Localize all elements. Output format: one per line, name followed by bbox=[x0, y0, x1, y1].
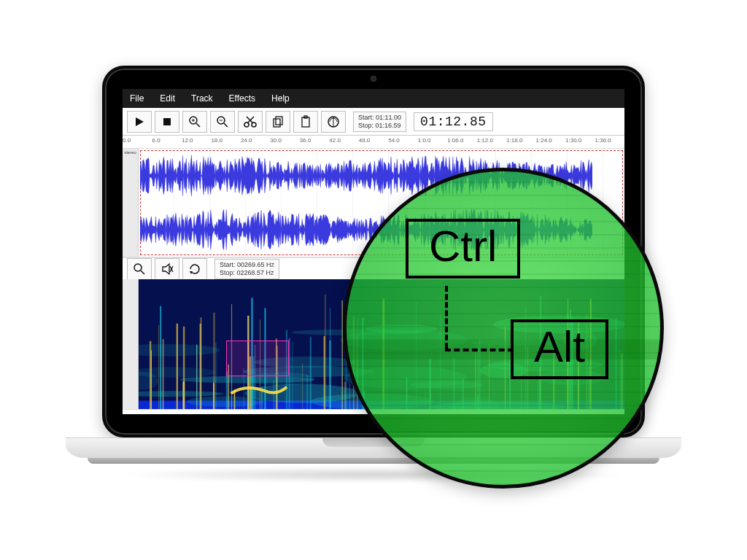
freq-start-value: 00269.65 Hz bbox=[237, 261, 274, 268]
sel-start-value: 01:11.00 bbox=[376, 114, 401, 121]
ruler-tick: 54.0 bbox=[388, 137, 400, 144]
svg-rect-1 bbox=[163, 118, 171, 125]
menu-help[interactable]: Help bbox=[271, 93, 290, 104]
laptop-frame: File Edit Track Effects Help bbox=[102, 66, 645, 438]
svg-line-3 bbox=[196, 123, 200, 127]
frequency-readout: Start: 00269.65 Hz Stop: 02268.57 Hz bbox=[214, 259, 279, 279]
svg-rect-61 bbox=[441, 316, 441, 409]
ruler-tick: 1:12.0 bbox=[477, 137, 493, 144]
selection-readout: Start: 01:11.00 Stop: 01:16.59 bbox=[353, 112, 406, 132]
laptop-camera bbox=[371, 76, 376, 82]
record-button[interactable] bbox=[321, 111, 346, 133]
paste-button[interactable] bbox=[293, 111, 318, 133]
svg-marker-0 bbox=[136, 117, 144, 126]
keycap-connector-horizontal bbox=[445, 349, 514, 351]
laptop-base-edge bbox=[88, 458, 659, 464]
menu-bar: File Edit Track Effects Help bbox=[123, 89, 624, 108]
timeline-ruler[interactable]: 0.06.012.018.024.030.036.042.048.054.01:… bbox=[123, 136, 624, 149]
svg-rect-102 bbox=[621, 354, 622, 409]
ruler-tick: 1:30.0 bbox=[565, 137, 581, 144]
stop-button[interactable] bbox=[155, 111, 179, 133]
cursor-time: 01:12.85 bbox=[414, 112, 492, 131]
track-label: stereo bbox=[124, 150, 136, 155]
svg-rect-105 bbox=[200, 324, 201, 409]
zoom-select-button[interactable] bbox=[127, 258, 152, 280]
svg-rect-91 bbox=[616, 319, 617, 409]
waveform-area[interactable] bbox=[139, 149, 624, 257]
freq-start-label: Start: bbox=[220, 261, 236, 268]
spectrogram-selection[interactable] bbox=[226, 341, 290, 377]
ruler-tick: 1:36.0 bbox=[595, 137, 611, 144]
spectrogram-track-head[interactable] bbox=[123, 279, 139, 409]
ruler-tick: 30.0 bbox=[270, 137, 282, 144]
ruler-tick: 48.0 bbox=[359, 137, 371, 144]
waveform-track: stereo bbox=[123, 149, 624, 257]
freq-stop-value: 02268.57 Hz bbox=[237, 269, 274, 276]
ruler-tick: 42.0 bbox=[329, 137, 341, 144]
waveform-channel-right bbox=[140, 207, 592, 252]
ruler-tick: 12.0 bbox=[182, 137, 193, 144]
ruler-tick: 1:24.0 bbox=[536, 137, 552, 144]
ruler-tick: 1:06.0 bbox=[447, 137, 463, 144]
sel-stop-value: 01:16.59 bbox=[376, 122, 401, 129]
zoom-in-button[interactable] bbox=[182, 111, 207, 133]
ruler-tick: 24.0 bbox=[241, 137, 252, 144]
ruler-tick: 0.0 bbox=[123, 137, 131, 144]
svg-point-21 bbox=[134, 264, 142, 271]
svg-rect-55 bbox=[382, 299, 384, 409]
laptop-hinge-notch bbox=[322, 438, 425, 447]
svg-marker-23 bbox=[163, 264, 169, 274]
copy-button[interactable] bbox=[266, 111, 290, 133]
svg-rect-14 bbox=[276, 117, 282, 125]
ruler-tick: 18.0 bbox=[211, 137, 222, 144]
svg-line-22 bbox=[141, 271, 144, 274]
ruler-tick: 1:0.0 bbox=[418, 137, 431, 144]
spectrogram-toolbar: Start: 00269.65 Hz Stop: 02268.57 Hz bbox=[123, 257, 624, 279]
keycap-connector-vertical bbox=[445, 286, 448, 349]
waveform-channel-left bbox=[140, 153, 592, 198]
svg-point-143 bbox=[340, 330, 467, 351]
ruler-tick: 1:18.0 bbox=[506, 137, 522, 144]
play-button[interactable] bbox=[127, 111, 152, 133]
svg-point-131 bbox=[179, 376, 315, 384]
menu-edit[interactable]: Edit bbox=[160, 93, 175, 104]
freq-stop-label: Stop: bbox=[220, 269, 235, 276]
svg-point-139 bbox=[344, 367, 468, 389]
keycap-ctrl: Ctrl bbox=[406, 219, 520, 279]
keycap-alt: Alt bbox=[511, 319, 608, 379]
sel-start-label: Start: bbox=[358, 114, 374, 121]
laptop-base bbox=[66, 438, 681, 458]
svg-point-128 bbox=[187, 396, 264, 406]
menu-track[interactable]: Track bbox=[191, 93, 213, 104]
sel-stop-label: Stop: bbox=[358, 122, 374, 129]
waveform-track-head[interactable]: stereo bbox=[123, 149, 139, 257]
svg-rect-54 bbox=[417, 302, 417, 409]
menu-file[interactable]: File bbox=[130, 93, 144, 104]
main-toolbar: Start: 01:11.00 Stop: 01:16.59 01:12.85 bbox=[123, 108, 624, 136]
loop-button[interactable] bbox=[182, 258, 207, 280]
menu-effects[interactable]: Effects bbox=[229, 93, 255, 104]
mute-button[interactable] bbox=[155, 258, 179, 280]
zoom-out-button[interactable] bbox=[210, 111, 235, 133]
svg-rect-13 bbox=[274, 119, 280, 127]
ruler-tick: 6.0 bbox=[152, 137, 160, 144]
ruler-tick: 36.0 bbox=[300, 137, 311, 144]
svg-line-7 bbox=[224, 123, 228, 127]
laptop-shadow bbox=[117, 467, 630, 483]
svg-rect-37 bbox=[620, 350, 621, 409]
cut-button[interactable] bbox=[238, 111, 263, 133]
svg-rect-15 bbox=[302, 117, 309, 127]
